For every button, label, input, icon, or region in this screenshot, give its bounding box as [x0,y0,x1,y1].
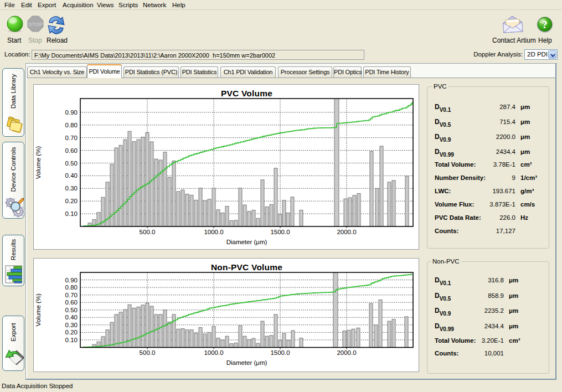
svg-text:500.0: 500.0 [140,229,156,235]
svg-text:1000.0: 1000.0 [204,229,223,235]
svg-text:0.20: 0.20 [65,329,78,336]
svg-text:0.10: 0.10 [65,210,78,217]
svg-text:500.0: 500.0 [140,349,156,356]
svg-text:0.20: 0.20 [65,198,78,204]
svg-text:0.40: 0.40 [65,172,78,179]
svg-text:1500.0: 1500.0 [270,349,290,356]
svg-text:PVC Volume: PVC Volume [221,89,272,98]
svg-text:2000.0: 2000.0 [337,229,356,235]
svg-text:0.10: 0.10 [65,337,78,343]
svg-text:0.50: 0.50 [65,307,78,313]
svg-text:0.60: 0.60 [65,299,78,306]
svg-text:0.70: 0.70 [65,292,78,298]
svg-text:Diameter (μm): Diameter (μm) [226,239,267,245]
svg-text:Volume (%): Volume (%) [35,146,42,179]
svg-text:0.50: 0.50 [65,160,78,167]
svg-text:0.30: 0.30 [65,322,78,328]
svg-text:1500.0: 1500.0 [270,229,290,235]
svg-text:0.30: 0.30 [65,185,78,192]
svg-text:1000.0: 1000.0 [204,349,223,356]
svg-text:0.70: 0.70 [65,135,78,141]
svg-text:0.80: 0.80 [65,122,78,128]
svg-text:Volume (%): Volume (%) [35,293,42,327]
svg-text:0.90: 0.90 [65,109,78,116]
svg-text:2000.0: 2000.0 [337,349,356,356]
svg-text:0.80: 0.80 [65,284,78,291]
svg-text:0.90: 0.90 [65,277,78,283]
svg-text:Diameter (μm): Diameter (μm) [226,359,267,366]
svg-text:Non-PVC Volume: Non-PVC Volume [211,262,282,272]
svg-text:0.60: 0.60 [65,147,78,154]
svg-text:0.40: 0.40 [65,314,78,321]
svg-text:?: ? [542,19,548,30]
svg-text:STOP: STOP [28,21,43,27]
